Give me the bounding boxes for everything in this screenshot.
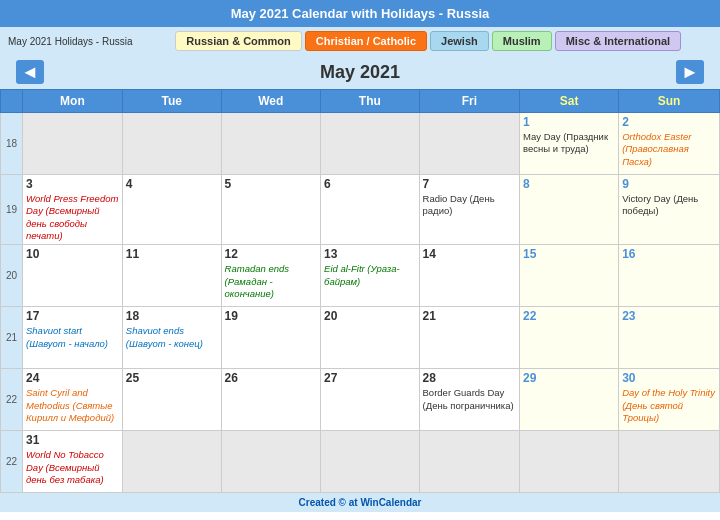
calendar-day-cell: 4 xyxy=(122,175,221,245)
calendar-day-cell: 22 xyxy=(520,307,619,369)
calendar-day-cell: 23 xyxy=(619,307,720,369)
calendar-day-cell: 30Day of the Holy Trinity (День святой Т… xyxy=(619,369,720,431)
day-number: 25 xyxy=(126,371,218,385)
day-number: 18 xyxy=(126,309,218,323)
filter-tab-christian[interactable]: Christian / Catholic xyxy=(305,31,427,51)
calendar-day-cell: 9Victory Day (День победы) xyxy=(619,175,720,245)
day-number: 27 xyxy=(324,371,415,385)
calendar-day-cell: 5 xyxy=(221,175,320,245)
week-num-20: 20 xyxy=(1,245,23,307)
prev-arrow[interactable]: ◄ xyxy=(16,60,44,84)
holiday-text: Eid al-Fitr (Ураза-байрам) xyxy=(324,263,415,288)
filter-tab-jewish[interactable]: Jewish xyxy=(430,31,489,51)
filter-tabs: Russian & CommonChristian / CatholicJewi… xyxy=(145,31,713,51)
calendar-week-row: 181May Day (Праздник весны и труда)2Orth… xyxy=(1,113,720,175)
day-number: 14 xyxy=(423,247,517,261)
brand-name: WinCalendar xyxy=(360,497,421,508)
calendar-day-cell: 28Border Guards Day (День пограничника) xyxy=(419,369,520,431)
col-header-tue: Tue xyxy=(122,90,221,113)
next-arrow[interactable]: ► xyxy=(676,60,704,84)
day-number: 11 xyxy=(126,247,218,261)
calendar-day-cell: 6 xyxy=(321,175,419,245)
calendar-day-cell xyxy=(619,431,720,493)
day-number: 1 xyxy=(523,115,615,129)
col-header-fri: Fri xyxy=(419,90,520,113)
filter-tab-russian[interactable]: Russian & Common xyxy=(175,31,302,51)
week-num-22: 22 xyxy=(1,431,23,493)
calendar-day-cell: 25 xyxy=(122,369,221,431)
holiday-text: May Day (Праздник весны и труда) xyxy=(523,131,615,156)
holiday-text: Shavuot start (Шавуот - начало) xyxy=(26,325,119,350)
calendar-day-cell xyxy=(419,113,520,175)
day-number: 24 xyxy=(26,371,119,385)
calendar-day-cell xyxy=(321,113,419,175)
calendar-day-cell: 17Shavuot start (Шавуот - начало) xyxy=(23,307,123,369)
holiday-text: Shavuot ends (Шавуот - конец) xyxy=(126,325,218,350)
calendar-day-cell: 31World No Tobacco Day (Всемирный день б… xyxy=(23,431,123,493)
day-number: 2 xyxy=(622,115,716,129)
calendar-day-cell: 14 xyxy=(419,245,520,307)
day-number: 31 xyxy=(26,433,119,447)
calendar-day-cell: 20 xyxy=(321,307,419,369)
filter-tab-misc[interactable]: Misc & International xyxy=(555,31,682,51)
day-number: 21 xyxy=(423,309,517,323)
calendar-day-cell: 11 xyxy=(122,245,221,307)
week-num-21: 21 xyxy=(1,307,23,369)
holiday-text: World Press Freedom Day (Всемирный день … xyxy=(26,193,119,242)
day-number: 19 xyxy=(225,309,317,323)
col-header-sun: Sun xyxy=(619,90,720,113)
calendar-day-cell: 29 xyxy=(520,369,619,431)
calendar-day-cell: 26 xyxy=(221,369,320,431)
calendar-day-cell: 7Radio Day (День радио) xyxy=(419,175,520,245)
holiday-text: Victory Day (День победы) xyxy=(622,193,716,218)
day-number: 22 xyxy=(523,309,615,323)
day-number: 30 xyxy=(622,371,716,385)
calendar-day-cell: 1May Day (Праздник весны и труда) xyxy=(520,113,619,175)
calendar-week-row: 2224Saint Cyril and Methodius (Святые Ки… xyxy=(1,369,720,431)
nav-bar: ◄ May 2021 ► xyxy=(0,55,720,89)
day-number: 8 xyxy=(523,177,615,191)
calendar-week-row: 20101112Ramadan ends (Рамадан - окончани… xyxy=(1,245,720,307)
calendar-day-cell xyxy=(122,431,221,493)
day-number: 17 xyxy=(26,309,119,323)
day-number: 26 xyxy=(225,371,317,385)
calendar-day-cell: 13Eid al-Fitr (Ураза-байрам) xyxy=(321,245,419,307)
calendar-day-cell: 18Shavuot ends (Шавуот - конец) xyxy=(122,307,221,369)
footer: Created © at WinCalendar xyxy=(0,493,720,512)
month-year-title: May 2021 xyxy=(320,62,400,83)
day-number: 16 xyxy=(622,247,716,261)
day-number: 28 xyxy=(423,371,517,385)
col-header-mon: Mon xyxy=(23,90,123,113)
calendar-day-cell xyxy=(520,431,619,493)
filter-tab-muslim[interactable]: Muslim xyxy=(492,31,552,51)
calendar-day-cell: 16 xyxy=(619,245,720,307)
calendar-week-row: 2117Shavuot start (Шавуот - начало)18Sha… xyxy=(1,307,720,369)
col-header-thu: Thu xyxy=(321,90,419,113)
week-num-19: 19 xyxy=(1,175,23,245)
footer-text: Created © at WinCalendar xyxy=(299,497,422,508)
holiday-text: Radio Day (День радио) xyxy=(423,193,517,218)
day-number: 12 xyxy=(225,247,317,261)
calendar-day-cell: 10 xyxy=(23,245,123,307)
calendar-day-cell xyxy=(419,431,520,493)
calendar-day-cell: 12Ramadan ends (Рамадан - окончание) xyxy=(221,245,320,307)
col-header-sat: Sat xyxy=(520,90,619,113)
top-bar: May 2021 Calendar with Holidays - Russia xyxy=(0,0,720,27)
day-number: 6 xyxy=(324,177,415,191)
page-title: May 2021 Calendar with Holidays - Russia xyxy=(231,6,490,21)
calendar-table: MonTueWedThuFriSatSun 181May Day (Праздн… xyxy=(0,89,720,493)
calendar-day-cell: 24Saint Cyril and Methodius (Святые Кири… xyxy=(23,369,123,431)
col-header-wed: Wed xyxy=(221,90,320,113)
filter-bar-label: May 2021 Holidays - Russia xyxy=(8,36,133,47)
calendar-day-cell: 3World Press Freedom Day (Всемирный день… xyxy=(23,175,123,245)
calendar-day-cell xyxy=(122,113,221,175)
calendar-day-cell: 8 xyxy=(520,175,619,245)
calendar-day-cell: 2Orthodox Easter (Православная Пасха) xyxy=(619,113,720,175)
day-number: 4 xyxy=(126,177,218,191)
calendar-week-row: 2231World No Tobacco Day (Всемирный день… xyxy=(1,431,720,493)
filter-bar: May 2021 Holidays - Russia Russian & Com… xyxy=(0,27,720,55)
calendar-day-cell xyxy=(221,431,320,493)
week-num-18: 18 xyxy=(1,113,23,175)
day-number: 7 xyxy=(423,177,517,191)
day-number: 9 xyxy=(622,177,716,191)
